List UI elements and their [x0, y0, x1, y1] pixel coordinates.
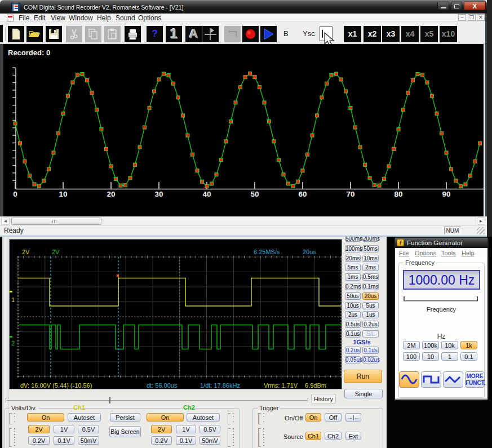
svg-text:dt: 56.00us: dt: 56.00us	[147, 382, 178, 389]
svg-text:0: 0	[13, 190, 17, 198]
svg-text:80: 80	[394, 190, 402, 198]
svg-text:40: 40	[202, 190, 211, 198]
svg-text:90: 90	[442, 190, 450, 198]
svg-text:6.9dBm: 6.9dBm	[305, 382, 326, 389]
svg-text:50: 50	[250, 190, 259, 198]
svg-text:6.25MS/s: 6.25MS/s	[254, 249, 280, 255]
svg-text:dV: 16.00V (5.44) (-10.56): dV: 16.00V (5.44) (-10.56)	[20, 382, 92, 389]
svg-text:70: 70	[346, 190, 354, 198]
svg-text:Vrms: 1.71V: Vrms: 1.71V	[264, 382, 298, 389]
svg-text:2: 2	[11, 340, 15, 347]
svg-text:2V: 2V	[22, 249, 30, 255]
svg-text:2V: 2V	[52, 249, 60, 255]
svg-text:20us: 20us	[303, 249, 316, 255]
svg-text:10: 10	[59, 190, 67, 198]
svg-text:20: 20	[107, 190, 115, 198]
svg-text:1: 1	[11, 296, 15, 303]
svg-text:1/dt: 17.86kHz: 1/dt: 17.86kHz	[200, 382, 240, 389]
svg-text:30: 30	[154, 190, 163, 198]
svg-text:60: 60	[298, 190, 307, 198]
